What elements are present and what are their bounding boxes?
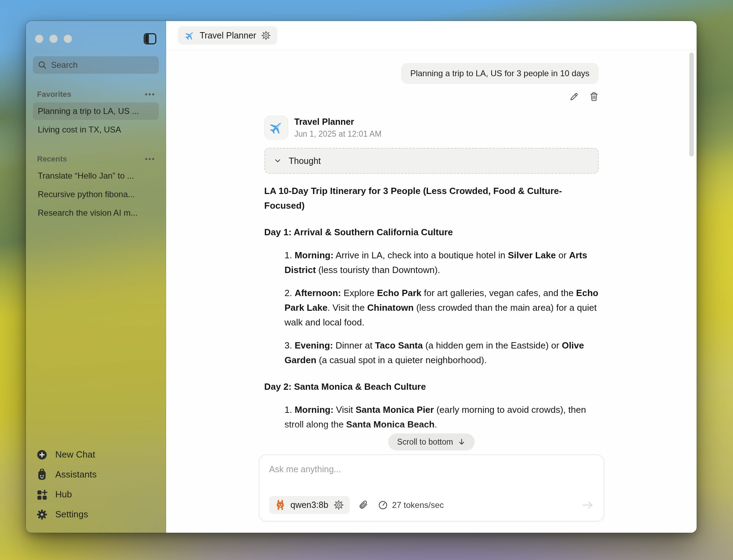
assistant-message-header: Travel Planner Jun 1, 2025 at 12:01 AM	[264, 116, 599, 139]
down-arrow-icon	[458, 438, 465, 446]
edit-message-pencil-icon[interactable]	[569, 92, 579, 102]
hub-icon	[36, 489, 48, 501]
footer-item-label: Settings	[55, 509, 88, 520]
app-window: Search FavoritesPlanning a trip to LA, U…	[26, 21, 697, 533]
zoom-window-button[interactable]	[64, 35, 72, 43]
footer-item-label: Assistants	[55, 469, 97, 480]
footer-item-label: New Chat	[55, 449, 95, 460]
plus-circle-icon	[36, 449, 48, 461]
composer-area: Scroll to bottom Ask me anything... qwen…	[166, 454, 697, 533]
chevron-down-icon	[273, 157, 282, 165]
md-heading: LA 10-Day Trip Itinerary for 3 People (L…	[264, 184, 599, 213]
assistant-settings-gear-icon[interactable]	[261, 30, 271, 41]
minimize-window-button[interactable]	[49, 35, 58, 43]
assistant-name: Travel Planner	[294, 117, 382, 127]
sidebar: Search FavoritesPlanning a trip to LA, U…	[26, 21, 166, 533]
composer-toolbar: qwen3:8b 27 tokens/sec	[269, 496, 594, 514]
sidebar-footer: New ChatAssistantsHubSettings	[33, 445, 159, 533]
scroll-to-bottom-label: Scroll to bottom	[397, 437, 453, 447]
thought-label: Thought	[289, 156, 321, 166]
scrollbar[interactable]	[689, 52, 694, 157]
search-input[interactable]: Search	[33, 56, 159, 74]
model-name: qwen3:8b	[291, 500, 328, 510]
chat-scroll-area: Planning a trip to LA, US for 3 people i…	[166, 50, 697, 454]
user-message-bubble: Planning a trip to LA, US for 3 people i…	[401, 63, 598, 84]
search-placeholder: Search	[51, 60, 78, 70]
section-label: Favorites	[37, 90, 71, 99]
speedometer-icon	[378, 500, 388, 510]
section-menu-button[interactable]	[145, 93, 155, 96]
message-input[interactable]: Ask me anything...	[269, 464, 594, 474]
sidebar-item-new-chat[interactable]: New Chat	[33, 445, 159, 465]
thought-collapsible[interactable]: Thought	[264, 148, 599, 174]
token-speed-stat: 27 tokens/sec	[378, 500, 444, 510]
assistant-avatar	[264, 116, 288, 139]
chat-header: Travel Planner	[166, 21, 697, 50]
ollama-icon	[275, 499, 286, 511]
sidebar-item-settings[interactable]: Settings	[33, 504, 159, 524]
sidebar-sections: FavoritesPlanning a trip to LA, US ...Li…	[33, 74, 159, 223]
md-list-item: 1. Morning: Visit Santa Monica Pier (ear…	[264, 402, 599, 432]
md-list-item: 1. Morning: Arrive in LA, check into a b…	[264, 248, 599, 277]
assistant-message-body: LA 10-Day Trip Itinerary for 3 People (L…	[264, 174, 599, 448]
section-label: Recents	[37, 155, 67, 164]
sidebar-toggle-icon[interactable]	[143, 33, 157, 45]
assistant-title: Travel Planner	[200, 30, 256, 41]
close-window-button[interactable]	[35, 35, 43, 43]
md-list-item: 2. Afternoon: Explore Echo Park for art …	[264, 286, 599, 330]
scroll-to-bottom-button[interactable]: Scroll to bottom	[388, 433, 475, 450]
search-icon	[38, 60, 47, 70]
model-selector[interactable]: qwen3:8b	[269, 496, 350, 514]
settings-gear-icon	[36, 509, 48, 520]
main-panel: Travel Planner Planning a trip to LA, US…	[166, 21, 697, 533]
sidebar-item-hub[interactable]: Hub	[33, 484, 159, 504]
attachment-paperclip-icon[interactable]	[359, 500, 369, 510]
airplane-emoji-icon	[184, 30, 195, 41]
md-heading: Day 1: Arrival & Southern California Cul…	[264, 225, 599, 239]
send-arrow-icon[interactable]	[582, 500, 594, 510]
sidebar-item[interactable]: Recursive python fibona...	[33, 186, 159, 203]
sidebar-titlebar	[33, 33, 159, 45]
sidebar-item-assistants[interactable]: Assistants	[33, 465, 159, 484]
model-settings-gear-icon[interactable]	[333, 499, 344, 511]
delete-message-trash-icon[interactable]	[589, 92, 599, 102]
section-menu-button[interactable]	[145, 158, 155, 160]
window-controls	[35, 35, 72, 43]
sidebar-item[interactable]: Planning a trip to LA, US ...	[33, 102, 159, 120]
sidebar-item[interactable]: Research the vision AI m...	[33, 204, 159, 222]
section-header: Favorites	[37, 90, 155, 99]
message-timestamp: Jun 1, 2025 at 12:01 AM	[294, 129, 382, 139]
md-heading: Day 2: Santa Monica & Beach Culture	[264, 379, 599, 394]
sidebar-item[interactable]: Living cost in TX, USA	[33, 121, 159, 138]
assistants-icon	[36, 469, 48, 481]
message-actions	[264, 92, 599, 102]
footer-item-label: Hub	[55, 489, 72, 500]
token-speed-value: 27 tokens/sec	[392, 500, 444, 510]
sidebar-item[interactable]: Translate “Hello Jan” to ...	[33, 167, 159, 185]
chat-thread: Planning a trip to LA, US for 3 people i…	[264, 50, 599, 448]
composer: Ask me anything... qwen3:8b	[259, 454, 604, 522]
section-header: Recents	[37, 155, 155, 164]
airplane-emoji-icon	[269, 120, 284, 135]
md-list-item: 3. Evening: Dinner at Taco Santa (a hidd…	[264, 338, 599, 367]
assistant-selector[interactable]: Travel Planner	[178, 26, 277, 45]
